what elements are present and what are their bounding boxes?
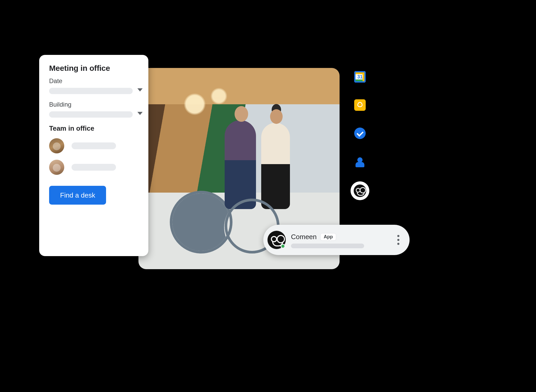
chat-app-name: Comeen: [291, 233, 317, 241]
chevron-down-icon: [137, 112, 143, 115]
chat-message-placeholder: [291, 244, 364, 248]
comeen-logo-icon: [354, 185, 366, 197]
person-with-bicycle-illustration: [225, 120, 256, 209]
avatar: [49, 160, 64, 175]
team-section-title: Team in office: [49, 124, 138, 132]
person-standing-illustration: [261, 123, 290, 209]
app-badge: App: [320, 233, 336, 241]
calendar-icon[interactable]: 31: [354, 71, 366, 83]
meeting-in-office-card: Meeting in office Date Building Team in …: [39, 55, 148, 256]
chevron-down-icon: [137, 88, 143, 91]
team-member-name-placeholder: [72, 142, 116, 149]
keep-icon[interactable]: [354, 99, 366, 111]
contacts-icon[interactable]: [355, 156, 365, 167]
team-member-row: [49, 138, 138, 153]
team-member-name-placeholder: [72, 164, 116, 171]
presence-online-icon: [281, 244, 285, 249]
side-app-rail: 31: [351, 71, 369, 200]
team-member-row: [49, 160, 138, 175]
date-select[interactable]: [49, 88, 133, 94]
find-a-desk-button[interactable]: Find a desk: [49, 186, 106, 205]
comeen-chat-bubble[interactable]: Comeen App: [263, 225, 410, 255]
more-options-button[interactable]: [394, 235, 402, 245]
card-title: Meeting in office: [49, 64, 138, 73]
tasks-icon[interactable]: [354, 128, 366, 139]
comeen-avatar-icon: [267, 231, 286, 249]
chat-body: Comeen App: [291, 232, 389, 248]
building-select[interactable]: [49, 111, 133, 118]
date-label: Date: [49, 77, 138, 85]
comeen-app-icon[interactable]: [351, 181, 369, 200]
building-label: Building: [49, 101, 138, 108]
avatar: [49, 138, 64, 153]
